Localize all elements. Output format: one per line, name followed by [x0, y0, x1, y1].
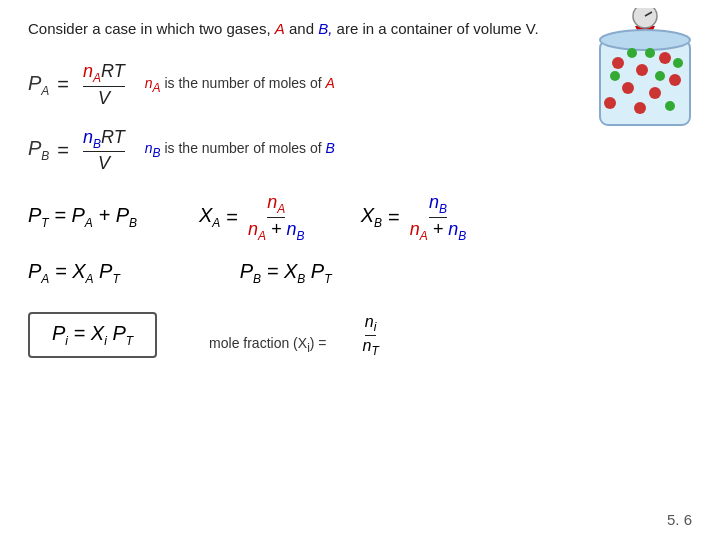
svg-point-6	[636, 64, 648, 76]
pb-denominator: V	[98, 152, 110, 174]
mole-fraction-label: mole fraction (Xi) =	[209, 335, 326, 359]
xa-denominator: nA + nB	[248, 218, 305, 243]
svg-point-11	[604, 97, 616, 109]
gas-b-label: B,	[318, 20, 332, 37]
xa-equals: =	[226, 206, 238, 229]
xb-numerator: nB	[429, 192, 447, 218]
page: Consider a case in which two gases, A an…	[0, 0, 720, 540]
svg-point-15	[655, 71, 665, 81]
boxed-equation: Pi = Xi PT	[28, 312, 157, 358]
gas-a-label: A	[275, 20, 285, 37]
svg-point-12	[634, 102, 646, 114]
pt-equation: PT = PA + PB	[28, 204, 137, 230]
pb-label: PB	[28, 137, 49, 163]
svg-point-1	[633, 8, 657, 28]
xb-fraction: nB nA + nB	[410, 192, 467, 242]
ni-nt-fraction: ni nT	[363, 313, 379, 358]
svg-point-14	[627, 48, 637, 58]
pb-xb-eq: PB = XB PT	[240, 260, 332, 286]
pb-equals: =	[57, 139, 69, 162]
pa-xa-eq: PA = XA PT	[28, 260, 120, 286]
xb-label: XB	[361, 204, 382, 230]
svg-point-18	[645, 48, 655, 58]
xb-equals: =	[388, 206, 400, 229]
pa-equals: =	[57, 73, 69, 96]
svg-point-9	[649, 87, 661, 99]
pa-fraction: nART V	[83, 61, 125, 109]
xa-eq-block: XA = nA nA + nB	[199, 192, 309, 242]
svg-point-17	[665, 101, 675, 111]
xa-numerator: nA	[267, 192, 285, 218]
svg-point-4	[600, 30, 690, 50]
pa-label: PA	[28, 72, 49, 98]
bottom-row: Pi = Xi PT mole fraction (Xi) = ni nT	[28, 304, 692, 358]
svg-point-16	[610, 71, 620, 81]
nt-denominator: nT	[363, 336, 379, 358]
pb-numerator: nBRT	[83, 127, 125, 153]
xb-denominator: nA + nB	[410, 218, 467, 243]
svg-point-7	[659, 52, 671, 64]
and-text: and	[289, 20, 314, 37]
svg-point-5	[612, 57, 624, 69]
header-rest: are in a container of volume V.	[337, 20, 539, 37]
pb-description: nB is the number of moles of B	[145, 140, 335, 160]
pa-description: nA is the number of moles of A	[145, 75, 335, 95]
pa-denominator: V	[98, 87, 110, 109]
ni-numerator: ni	[365, 313, 377, 336]
flask-illustration	[590, 8, 700, 142]
svg-point-13	[673, 58, 683, 68]
header-intro: Consider a case in which two gases,	[28, 20, 271, 37]
pa-xa-row: PA = XA PT PB = XB PT	[28, 260, 692, 286]
pb-fraction: nBRT V	[83, 127, 125, 175]
xa-label: XA	[199, 204, 220, 230]
xa-fraction: nA nA + nB	[248, 192, 305, 242]
slide-number: 5. 6	[667, 511, 692, 528]
pt-row: PT = PA + PB XA = nA nA + nB XB = nB	[28, 192, 692, 242]
svg-point-8	[622, 82, 634, 94]
svg-point-10	[669, 74, 681, 86]
xb-eq-block: XB = nB nA + nB	[361, 192, 471, 242]
pa-numerator: nART	[83, 61, 125, 87]
